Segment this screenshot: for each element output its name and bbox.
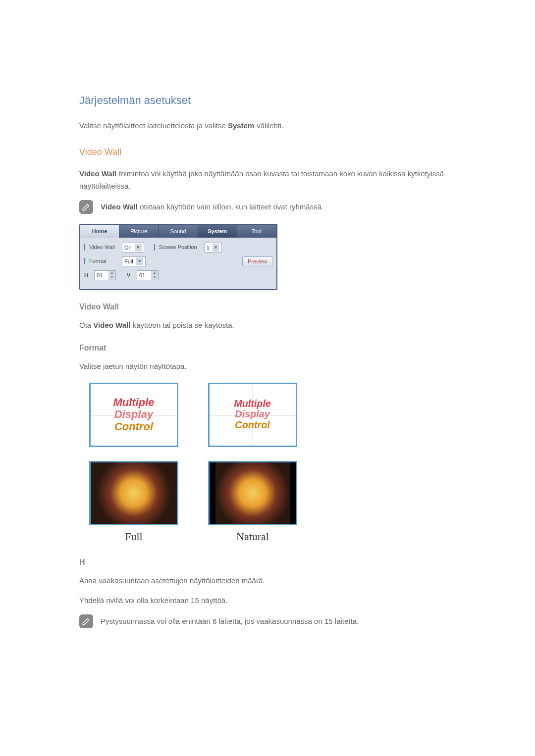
chevron-down-icon: ▼ <box>136 257 143 265</box>
vw-toggle-bold: Video Wall <box>93 321 130 329</box>
intro-bold: System <box>228 121 254 130</box>
video-wall-dropdown[interactable]: On ▼ <box>122 243 144 252</box>
panel-body: Video Wall On ▼ Screen Position 1 ▼ Form… <box>80 238 276 289</box>
panel-tabs: Home Picture Sound System Tool <box>80 225 276 238</box>
subheading-format: Format <box>79 344 456 353</box>
vw-toggle-post: käyttöön tai poista se käytöstä. <box>130 321 234 329</box>
tab-sound[interactable]: Sound <box>159 225 198 238</box>
heading-video-wall: Video Wall <box>79 147 456 157</box>
video-wall-note: Video Wall otetaan käyttöön vain silloin… <box>79 200 456 214</box>
tab-system[interactable]: System <box>198 225 237 238</box>
format-value: Full <box>124 258 133 264</box>
h-spinner[interactable]: 01 ▲▼ <box>94 270 116 280</box>
format-desc: Valitse jaetun näytön näyttötapa. <box>79 360 456 373</box>
heading-system-settings: Järjestelmän asetukset <box>79 94 456 107</box>
v-spinner[interactable]: 01 ▲▼ <box>137 270 159 280</box>
format-full-label: Full <box>89 530 178 543</box>
mdc-line2: Display <box>113 408 154 420</box>
v-value: 01 <box>137 272 151 278</box>
h-field-label: H <box>84 272 91 278</box>
h-note: Pystysuunnassa voi olla enintään 6 laite… <box>79 614 456 628</box>
chevron-down-icon: ▼ <box>135 244 142 252</box>
tab-tool[interactable]: Tool <box>237 225 276 238</box>
subheading-video-wall: Video Wall <box>79 302 456 311</box>
system-settings-panel: Home Picture Sound System Tool Video Wal… <box>79 224 277 290</box>
format-natural-label: Natural <box>208 530 297 543</box>
note-text: Video Wall otetaan käyttöön vain silloin… <box>101 202 323 211</box>
vw-desc-bold: Video Wall <box>79 169 116 178</box>
pencil-note-icon <box>79 614 93 628</box>
format-full-text-image: Multiple Display Control <box>89 383 178 447</box>
format-full-photo-image <box>89 461 178 525</box>
tab-picture[interactable]: Picture <box>119 225 159 238</box>
tab-home[interactable]: Home <box>80 225 119 238</box>
format-natural-photo-image <box>208 461 297 525</box>
intro-post: -välilehti. <box>254 121 283 130</box>
video-wall-description: Video Wall-toimintoa voi käyttää joko nä… <box>79 167 456 193</box>
h-desc1: Anna vaakasuuntaan asetettujen näyttölai… <box>79 574 456 587</box>
spinner-down-icon[interactable]: ▼ <box>151 275 158 280</box>
intro-text: Valitse näyttölaitteet laiteluettelosta … <box>79 119 456 132</box>
intro-pre: Valitse näyttölaitteet laiteluettelosta … <box>79 121 228 130</box>
vw-desc-rest: -toimintoa voi käyttää joko näyttämään o… <box>79 169 444 191</box>
h-desc2: Yhdellä rivillä voi olla korkeintaan 15 … <box>79 594 456 607</box>
h-value: 01 <box>95 272 108 278</box>
spinner-down-icon[interactable]: ▼ <box>108 275 115 280</box>
h-note-text: Pystysuunnassa voi olla enintään 6 laite… <box>101 617 359 625</box>
video-wall-field-label: Video Wall <box>84 244 119 251</box>
screen-position-value: 1 <box>207 245 210 251</box>
chevron-down-icon: ▼ <box>213 244 219 252</box>
vw-toggle-pre: Ota <box>79 321 93 329</box>
v-field-label: V <box>127 272 134 278</box>
mdc-line2: Display <box>234 409 271 420</box>
format-examples: Multiple Display Control Multiple Displa… <box>89 383 456 525</box>
mdc-line1: Multiple <box>234 399 271 409</box>
mdc-line3: Control <box>234 420 271 431</box>
screen-position-label: Screen Position <box>154 244 201 251</box>
spinner-up-icon[interactable]: ▲ <box>108 271 115 275</box>
format-natural-text-image: Multiple Display Control <box>208 383 297 447</box>
pencil-note-icon <box>79 200 93 214</box>
subheading-h: H <box>79 558 456 567</box>
video-wall-value: On <box>124 245 132 251</box>
vw-toggle-text: Ota Video Wall käyttöön tai poista se kä… <box>79 319 456 332</box>
screen-position-dropdown[interactable]: 1 ▼ <box>204 243 222 252</box>
vw-note-rest: otetaan käyttöön vain silloin, kun laitt… <box>138 202 323 211</box>
spinner-up-icon[interactable]: ▲ <box>151 271 158 275</box>
format-field-label: Format <box>84 258 119 264</box>
preview-button[interactable]: Preview <box>242 256 272 266</box>
vw-note-bold: Video Wall <box>101 202 138 211</box>
format-dropdown[interactable]: Full ▼ <box>122 256 146 266</box>
